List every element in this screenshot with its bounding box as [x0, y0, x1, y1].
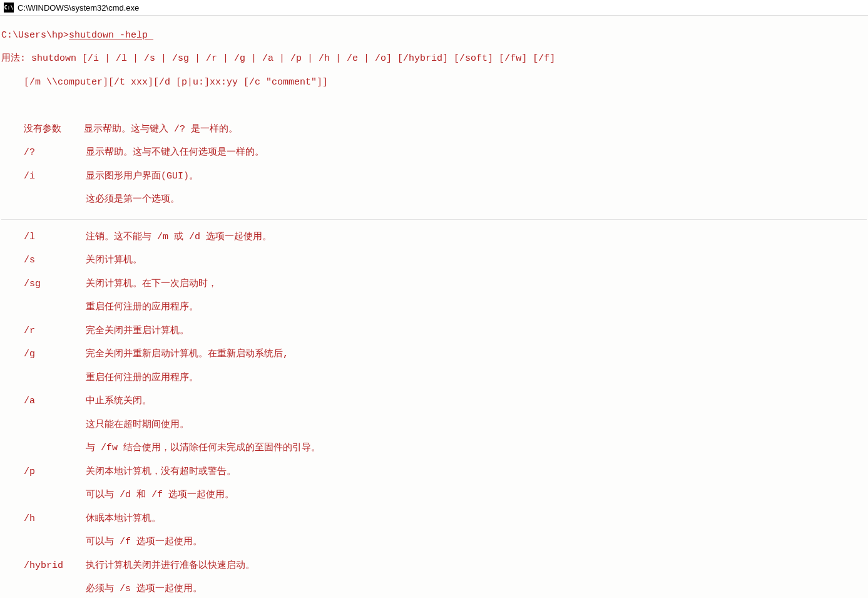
opt-i-1: /i 显示图形用户界面(GUI)。 — [1, 171, 867, 183]
opt-qmark: /? 显示帮助。这与不键入任何选项是一样的。 — [1, 147, 867, 159]
opt-h-2: 可以与 /f 选项一起使用。 — [1, 537, 867, 549]
blank-line — [1, 100, 867, 112]
usage-line-1: 用法: shutdown [/i | /l | /s | /sg | /r | … — [1, 53, 867, 65]
separator — [1, 219, 867, 220]
terminal-output[interactable]: C:\Users\hp>shutdown -help 用法: shutdown … — [0, 16, 868, 598]
opt-a-3: 与 /fw 结合使用，以清除任何未完成的至固件的引导。 — [1, 443, 867, 455]
prompt-line: C:\Users\hp>shutdown -help — [1, 30, 867, 42]
opt-l: /l 注销。这不能与 /m 或 /d 选项一起使用。 — [1, 232, 867, 244]
prompt-path: C:\Users\hp> — [1, 30, 69, 41]
opt-sg-2: 重启任何注册的应用程序。 — [1, 302, 867, 314]
opt-s: /s 关闭计算机。 — [1, 255, 867, 267]
entered-command: shutdown -help — [69, 30, 153, 41]
usage-line-2: [/m \\computer][/t xxx][/d [p|u:]xx:yy [… — [1, 77, 867, 89]
window-titlebar: C:\ C:\WINDOWS\system32\cmd.exe — [0, 0, 868, 16]
opt-g-2: 重启任何注册的应用程序。 — [1, 373, 867, 384]
opt-sg-1: /sg 关闭计算机。在下一次启动时， — [1, 279, 867, 291]
opt-h-1: /h 休眠本地计算机。 — [1, 513, 867, 525]
opt-a-2: 这只能在超时期间使用。 — [1, 420, 867, 431]
opt-hybrid-2: 必须与 /s 选项一起使用。 — [1, 584, 867, 595]
opt-noarg: 没有参数 显示帮助。这与键入 /? 是一样的。 — [1, 124, 867, 136]
opt-hybrid-1: /hybrid 执行计算机关闭并进行准备以快速启动。 — [1, 560, 867, 572]
opt-p-2: 可以与 /d 和 /f 选项一起使用。 — [1, 490, 867, 502]
opt-r: /r 完全关闭并重启计算机。 — [1, 326, 867, 338]
opt-i-2: 这必须是第一个选项。 — [1, 194, 867, 206]
cmd-icon: C:\ — [4, 3, 14, 13]
opt-p-1: /p 关闭本地计算机，没有超时或警告。 — [1, 467, 867, 478]
opt-g-1: /g 完全关闭并重新启动计算机。在重新启动系统后, — [1, 349, 867, 361]
opt-a-1: /a 中止系统关闭。 — [1, 396, 867, 408]
window-title: C:\WINDOWS\system32\cmd.exe — [18, 3, 139, 13]
